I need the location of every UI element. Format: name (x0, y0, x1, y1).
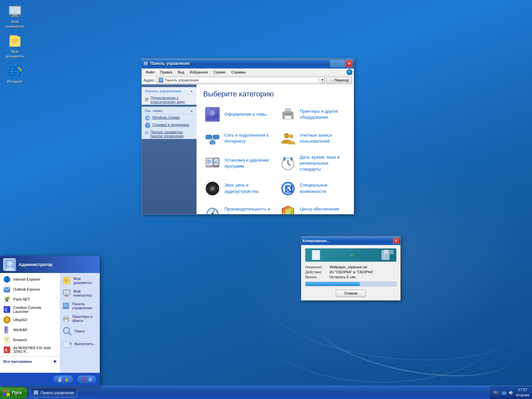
performance-label: Производительность и обслуживание (224, 206, 271, 214)
cancel-button[interactable]: Отмена (336, 290, 365, 297)
sml-item-ie[interactable]: Internet Explorer (0, 274, 60, 284)
sidebar-link-classic[interactable]: Переключение к классическому виду (142, 95, 197, 105)
svg-point-36 (210, 110, 215, 116)
start-label: Пуск (12, 390, 22, 395)
address-bar[interactable]: Панель управления (157, 77, 319, 83)
svg-rect-126 (7, 389, 10, 392)
address-dropdown[interactable]: ▼ (320, 77, 325, 83)
smr-mydocs[interactable]: Мои документы (60, 274, 100, 287)
ultraiso-icon (3, 316, 11, 324)
sml-item-creative[interactable]: C Creative Console Launcher (0, 304, 60, 315)
svg-line-48 (212, 139, 216, 141)
dialog-titlebar[interactable]: Копирование... ✕ (301, 236, 400, 245)
lock-button[interactable]: 🔒 (53, 375, 73, 384)
sidebar-link-windows-update[interactable]: W Windows Update (142, 114, 197, 122)
cp-category-users[interactable]: Учетные записи пользователей (279, 129, 347, 148)
svg-text:C: C (5, 308, 8, 312)
menu-view[interactable]: Вид (175, 69, 187, 75)
sml-item-ultraiso[interactable]: UltraISO (0, 315, 60, 325)
smr-run[interactable]: Выполнить... (60, 337, 100, 350)
desktop-icon-internet[interactable]: Интернет (3, 63, 27, 85)
svg-text:♿: ♿ (285, 185, 293, 193)
menu-help[interactable]: Справка (229, 69, 248, 75)
desktop-decoration-1 (312, 289, 520, 389)
refresh-icon[interactable]: ↻ (346, 69, 352, 75)
close-button[interactable]: ✕ (345, 60, 352, 67)
maximize-button[interactable]: □ (338, 60, 345, 67)
shutdown-icon (81, 377, 86, 382)
other-params-icon (145, 130, 148, 135)
accessibility-label: Специальные возможности (300, 182, 346, 194)
menu-favorites[interactable]: Избранное (187, 69, 211, 75)
controlpanel-menu-icon (63, 301, 69, 311)
sml-item-admuncher[interactable]: A Ad MUNCHER 4.91 build 32562 R... (0, 345, 60, 355)
dialog-body: → Название: Wallpaper_replease.rar Дейст… (301, 245, 400, 300)
performance-icon (204, 204, 220, 214)
cp-category-sound[interactable]: Звук, речь и аудиоустройства (203, 179, 272, 198)
svg-point-76 (7, 261, 13, 266)
svg-rect-115 (65, 316, 67, 318)
svg-point-49 (284, 133, 289, 138)
start-button[interactable]: Пуск (0, 387, 28, 399)
address-label: Адрес: (144, 78, 155, 82)
menu-tools[interactable]: Сервис (211, 69, 229, 75)
desktop-icon-documents[interactable]: Моидокументы (3, 33, 27, 60)
themes-label: Оформление и темы (224, 111, 267, 117)
svg-point-68 (211, 188, 213, 190)
svg-rect-130 (34, 391, 38, 394)
sml-item-winrar[interactable]: WinRAR (0, 325, 60, 335)
taskbar-right: RU 17:57 вторник (489, 386, 532, 399)
sml-all-programs[interactable]: Все программы ▶ (0, 358, 60, 365)
window-titlebar[interactable]: Панель управления _ □ ✕ (142, 59, 354, 68)
smr-search[interactable]: Поиск (60, 325, 100, 337)
start-menu: Администратор Internet Explorer (0, 256, 100, 386)
svg-rect-45 (210, 141, 215, 144)
network-label: Сеть и подключения к Интернету (224, 132, 271, 144)
svg-rect-3 (11, 16, 19, 17)
smr-controlpanel[interactable]: Панель управления (60, 300, 100, 312)
svg-point-84 (7, 297, 9, 299)
go-button[interactable]: → Переход (326, 77, 352, 83)
dialog-close-button[interactable]: ✕ (393, 238, 399, 244)
cp-category-datetime[interactable]: Дата, время, язык и региональные стандар… (279, 153, 347, 174)
svg-rect-2 (13, 15, 17, 16)
cp-category-network[interactable]: Сеть и подключения к Интернету (203, 129, 272, 148)
sml-item-notepad[interactable]: Блокнот (0, 335, 60, 345)
svg-line-118 (69, 333, 71, 335)
smr-printers[interactable]: Принтеры и факсы (60, 312, 100, 325)
cp-category-accessibility[interactable]: ♿ Специальные возможности (279, 179, 347, 198)
desktop-icon-computer[interactable]: Мойкомпьютер (3, 3, 27, 30)
ie-icon-label: Интернет (7, 79, 23, 84)
shutdown-button[interactable]: ⏻ (77, 375, 96, 384)
windows-update-icon: W (145, 115, 150, 121)
svg-rect-120 (64, 342, 68, 344)
control-panel-window: Панель управления _ □ ✕ Файл Правка Вид … (141, 58, 354, 214)
cp-category-printers[interactable]: Принтеры и другое оборудование (279, 105, 347, 124)
cp-category-themes[interactable]: Оформление и темы (203, 105, 272, 124)
taskbar-item-cp[interactable]: Панель управления (30, 388, 77, 398)
sml-item-paint[interactable]: Paint.NET (0, 294, 60, 304)
sidebar-link-help[interactable]: ? Справка и поддержка (142, 122, 197, 129)
menu-file[interactable]: Файл (143, 69, 157, 75)
svg-rect-17 (144, 65, 147, 65)
smr-mycomp[interactable]: Мой компьютер (60, 287, 100, 300)
time-value: Осталось 5 сек. (330, 275, 396, 279)
svg-rect-125 (3, 389, 6, 392)
svg-rect-127 (3, 393, 6, 396)
printers-menu-icon (63, 314, 69, 323)
sidebar-section2-title: См. также ▲ (142, 107, 197, 114)
ie-menu-icon (3, 276, 11, 283)
svg-text:A: A (5, 348, 8, 352)
svg-rect-35 (206, 117, 218, 120)
svg-rect-1 (10, 7, 20, 14)
svg-rect-19 (159, 78, 163, 81)
cp-category-performance[interactable]: Производительность и обслуживание (203, 203, 272, 214)
svg-rect-128 (7, 393, 10, 396)
cp-category-security[interactable]: Центр обеспечения безопасности (279, 203, 347, 214)
cp-category-addremove[interactable]: + Установка и удаление программ (203, 153, 272, 174)
minimize-button[interactable]: _ (330, 60, 337, 67)
sml-item-outlook[interactable]: Outlook Express (0, 284, 60, 294)
menu-edit[interactable]: Правка (157, 69, 175, 75)
addremove-icon: + (204, 155, 220, 171)
sidebar-link-other[interactable]: Прочие параметры панели управления (142, 129, 197, 139)
